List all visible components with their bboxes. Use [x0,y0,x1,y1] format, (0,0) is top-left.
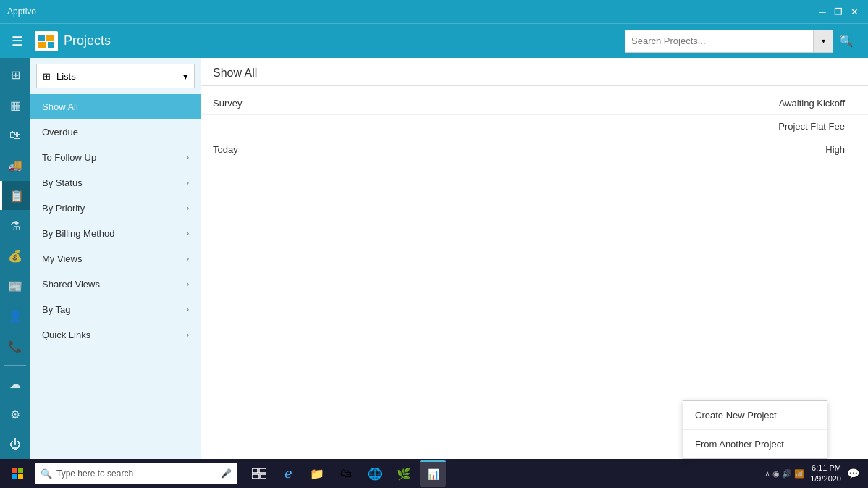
nav-item-label: Show All [42,101,189,112]
app-bar: ☰ Projects ▾ 🔍 [0,23,868,58]
phone-icon: 📞 [8,340,22,353]
create-new-project-item[interactable]: Create New Project [683,401,827,430]
content-table: Survey Awaiting Kickoff Project Flat Fee… [201,86,868,167]
taskview-button[interactable] [246,460,272,487]
sidebar-item-settings[interactable]: ⚙ [0,400,30,429]
nav-item-shared-views[interactable]: Shared Views › [30,272,201,297]
sidebar-item-documents[interactable]: 📰 [0,272,30,300]
lists-icon: ⊞ [43,71,51,82]
chevron-right-icon: › [187,331,189,339]
money-icon: 💰 [8,249,22,263]
sidebar-item-billing[interactable]: 💰 [0,242,30,271]
svg-rect-5 [18,468,23,473]
sidebar-item-cloud[interactable]: ☁ [0,370,30,399]
close-button[interactable]: ✕ [848,5,861,18]
truck-icon: 🚚 [8,159,22,172]
app1-button[interactable]: 🌿 [391,460,417,487]
search-icon: 🔍 [839,34,854,48]
filter-icon: ⚗ [10,219,20,232]
search-input[interactable] [625,30,813,53]
start-button[interactable] [3,460,32,487]
svg-rect-8 [252,468,258,473]
sidebar-item-contacts[interactable]: 👤 [0,302,30,331]
table-row: Project Flat Fee [201,115,868,138]
app-icon-box [35,31,58,51]
folder-icon: 📁 [310,467,324,481]
sidebar-item-home[interactable]: ⊞ [0,61,30,90]
edge-button[interactable]: ℯ [275,460,301,487]
chevron-right-icon: › [187,230,189,237]
nav-item-by-status[interactable]: By Status › [30,170,201,195]
chevron-right-icon: › [187,153,189,161]
main-content: Show All Survey Awaiting Kickoff Project… [201,58,868,459]
chevron-right-icon: › [187,179,189,187]
minimize-button[interactable]: ─ [816,5,829,18]
apptivo-taskbar-button[interactable]: 📊 [420,460,446,487]
svg-rect-1 [46,35,54,41]
search-dropdown-button[interactable]: ▾ [813,30,833,53]
nav-item-my-views[interactable]: My Views › [30,246,201,272]
chrome-button[interactable]: 🌐 [362,460,388,487]
explorer-button[interactable]: 📁 [304,460,330,487]
sidebar-item-calendar[interactable]: ▦ [0,91,30,120]
maximize-button[interactable]: ❐ [832,5,845,18]
hamburger-button[interactable]: ☰ [9,30,26,52]
home-icon: ⊞ [11,68,20,82]
sidebar-item-power[interactable]: ⏻ [0,430,30,459]
title-bar: Apptivo ─ ❐ ✕ [0,0,868,23]
windows-icon [12,468,23,479]
sidebar-divider [4,365,26,366]
sidebar-item-projects[interactable]: 📋 [0,181,30,210]
nav-item-by-tag[interactable]: By Tag › [30,297,201,322]
nav-item-show-all[interactable]: Show All [30,94,201,119]
projects-icon: 📋 [9,189,24,203]
from-another-project-label: From Another Project [695,439,784,450]
create-new-project-label: Create New Project [695,410,777,421]
store-icon: 🛍 [340,467,352,480]
nav-item-quick-links[interactable]: Quick Links › [30,322,201,348]
sidebar-item-shopping[interactable]: 🛍 [0,121,30,150]
nav-item-overdue[interactable]: Overdue [30,119,201,145]
row-col2-high: High [442,144,856,155]
chevron-right-icon: › [187,255,189,263]
row-col1-today: Today [213,144,430,155]
nav-item-label: By Status [42,177,187,188]
svg-rect-2 [38,42,46,48]
sidebar-item-filter[interactable]: ⚗ [0,211,30,240]
table-row: Today High [201,138,868,161]
nav-item-by-billing-method[interactable]: By Billing Method › [30,221,201,246]
svg-rect-0 [38,35,45,41]
svg-rect-7 [18,474,23,479]
search-submit-button[interactable]: 🔍 [833,30,859,53]
chevron-right-icon: › [187,280,189,288]
sidebar-item-phone[interactable]: 📞 [0,332,30,361]
svg-rect-6 [12,474,17,479]
store-button[interactable]: 🛍 [333,460,359,487]
nav-item-label: By Priority [42,203,187,214]
taskbar-date-display: 1/9/2020 [810,474,841,484]
chevron-right-icon: › [187,306,189,314]
sidebar-item-delivery[interactable]: 🚚 [0,151,30,180]
nav-item-by-priority[interactable]: By Priority › [30,195,201,221]
chevron-right-icon: › [187,204,189,212]
lists-dropdown[interactable]: ⊞ Lists ▾ [36,64,195,88]
taskbar-search-label: Type here to search [56,468,216,479]
nav-item-label: Quick Links [42,329,187,340]
people-icon: 👤 [8,309,22,323]
main-layout: ⊞ ▦ 🛍 🚚 📋 ⚗ 💰 📰 👤 📞 ☁ [0,58,868,459]
from-another-project-item[interactable]: From Another Project [683,430,827,458]
create-project-dropdown: Create New Project From Another Project [683,400,827,459]
content-title: Show All [213,67,257,79]
app-name-label: Apptivo [7,7,36,17]
taskbar-search-box[interactable]: 🔍 Type here to search 🎤 [35,463,237,484]
taskbar-clock[interactable]: 6:11 PM 1/9/2020 [810,463,841,485]
nav-items-list: Show All Overdue To Follow Up › By Statu… [30,94,201,348]
microphone-icon: 🎤 [221,468,232,479]
nav-item-label: By Billing Method [42,228,187,239]
svg-rect-11 [261,474,266,479]
nav-item-to-follow-up[interactable]: To Follow Up › [30,145,201,170]
nav-item-label: By Tag [42,304,187,315]
notifications-icon[interactable]: 💬 [847,468,859,479]
edge-icon: ℯ [285,466,292,481]
app-title-section: Projects [35,31,616,51]
